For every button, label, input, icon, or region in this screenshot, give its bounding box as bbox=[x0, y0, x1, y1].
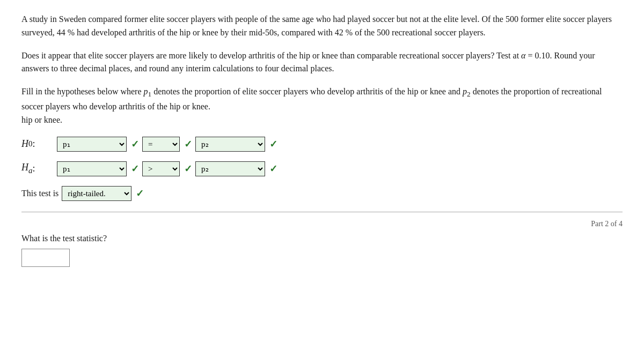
test-statistic-section: What is the test statistic? bbox=[21, 234, 623, 267]
paragraph-2-alpha: α = 0.10. bbox=[521, 51, 552, 60]
paragraph-3: Fill in the hypotheses below where p1 de… bbox=[21, 85, 623, 126]
ha-op-checkmark: ✓ bbox=[184, 163, 192, 175]
paragraph-1-text: A study in Sweden compared former elite … bbox=[21, 14, 612, 37]
ha-left-select[interactable]: p₁ p₂ bbox=[57, 161, 127, 176]
h0-right-checkmark: ✓ bbox=[269, 138, 277, 150]
h0-row: H0: p₁ p₂ ✓ = > < ≠ ✓ p₂ p₁ ✓ bbox=[21, 137, 623, 152]
h0-left-checkmark: ✓ bbox=[131, 138, 139, 150]
paragraph-3-p2: p2 bbox=[463, 87, 471, 96]
paragraph-3-p1: p1 bbox=[144, 87, 152, 96]
paragraph-1: A study in Sweden compared former elite … bbox=[21, 13, 623, 40]
paragraph-3-part1: Fill in the hypotheses below where bbox=[21, 87, 144, 96]
paragraph-3-middle: denotes the proportion of elite soccer p… bbox=[151, 87, 463, 96]
ha-label: Ha: bbox=[21, 162, 54, 175]
ha-left-checkmark: ✓ bbox=[131, 163, 139, 175]
part-label: Part 2 of 4 bbox=[21, 220, 623, 228]
paragraph-3-end2: hip or knee. bbox=[21, 115, 62, 124]
ha-row: Ha: p₁ p₂ ✓ > = < ≠ ✓ p₂ p₁ ✓ bbox=[21, 161, 623, 176]
ha-right-checkmark: ✓ bbox=[269, 163, 277, 175]
test-statistic-label: What is the test statistic? bbox=[21, 234, 623, 243]
divider bbox=[21, 212, 623, 212]
h0-left-select[interactable]: p₁ p₂ bbox=[57, 137, 127, 152]
paragraph-2-part1: Does it appear that elite soccer players… bbox=[21, 51, 521, 60]
test-type-checkmark: ✓ bbox=[136, 188, 144, 199]
h0-label: H0: bbox=[21, 138, 54, 150]
h0-right-select[interactable]: p₂ p₁ bbox=[195, 137, 265, 152]
ha-right-select[interactable]: p₂ p₁ bbox=[195, 161, 265, 176]
h0-operator-select[interactable]: = > < ≠ bbox=[142, 137, 180, 152]
test-statistic-input[interactable] bbox=[21, 249, 70, 267]
test-type-select[interactable]: right-tailed. left-tailed. two-tailed. bbox=[62, 186, 131, 201]
paragraph-2: Does it appear that elite soccer players… bbox=[21, 49, 623, 76]
ha-operator-select[interactable]: > = < ≠ bbox=[142, 161, 180, 176]
test-type-row: This test is right-tailed. left-tailed. … bbox=[21, 186, 623, 201]
h0-op-checkmark: ✓ bbox=[184, 138, 192, 150]
test-type-label: This test is bbox=[21, 189, 58, 198]
